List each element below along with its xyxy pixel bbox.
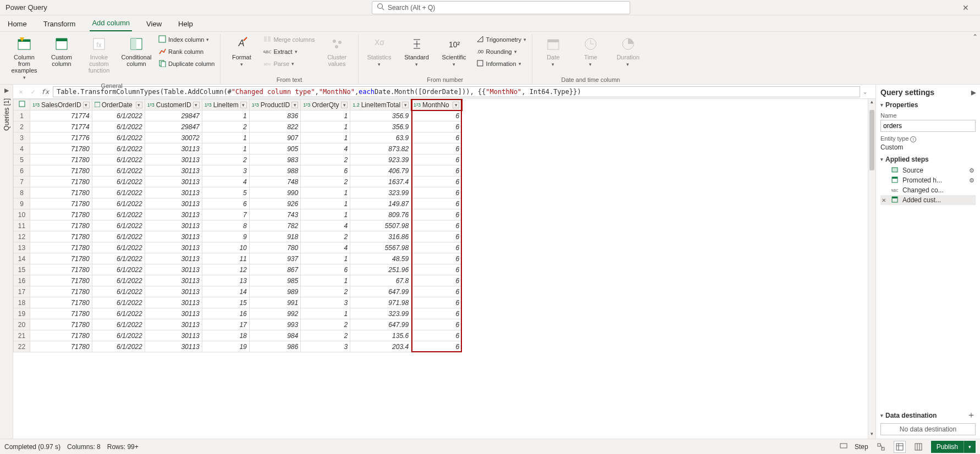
cell[interactable]: 15 xyxy=(202,297,249,308)
row-number[interactable]: 4 xyxy=(14,143,30,154)
cell[interactable]: 30113 xyxy=(145,341,202,352)
cell[interactable]: 323.99 xyxy=(350,308,411,319)
row-number[interactable]: 14 xyxy=(14,253,30,264)
table-row[interactable]: 15717806/1/202230113128676251.966 xyxy=(14,264,462,275)
tab-add-column[interactable]: Add column xyxy=(90,15,132,31)
tab-help[interactable]: Help xyxy=(176,16,195,31)
cell[interactable]: 6/1/2022 xyxy=(92,264,145,275)
cell[interactable]: 809.76 xyxy=(350,209,411,220)
cell[interactable]: 14 xyxy=(202,286,249,297)
vertical-scrollbar[interactable]: ▴ ▾ xyxy=(868,99,876,439)
cell[interactable]: 6/1/2022 xyxy=(92,286,145,297)
cell[interactable]: 1 xyxy=(202,110,249,121)
table-row[interactable]: 4717806/1/20223011319054873.826 xyxy=(14,143,462,154)
table-row[interactable]: 8717806/1/20223011359901323.996 xyxy=(14,187,462,198)
cluster-values-button[interactable]: Cluster values xyxy=(320,34,355,68)
cell[interactable]: 6 xyxy=(301,264,350,275)
cell[interactable]: 71774 xyxy=(30,121,92,132)
cell[interactable]: 6/1/2022 xyxy=(92,143,145,154)
row-number[interactable]: 2 xyxy=(14,121,30,132)
filter-dropdown-icon[interactable]: ▾ xyxy=(240,102,247,108)
cell[interactable]: 30113 xyxy=(145,220,202,231)
cell[interactable]: 30072 xyxy=(145,132,202,143)
cell[interactable]: 6/1/2022 xyxy=(92,121,145,132)
cell[interactable]: 6/1/2022 xyxy=(92,330,145,341)
cell-monthno[interactable]: 6 xyxy=(411,275,462,286)
cell[interactable]: 8 xyxy=(202,220,249,231)
filter-dropdown-icon[interactable]: ▾ xyxy=(83,102,90,108)
cell[interactable]: 2 xyxy=(301,154,350,165)
cell-monthno[interactable]: 6 xyxy=(411,330,462,341)
formula-expand-button[interactable]: ⌄ xyxy=(863,88,872,95)
cell[interactable]: 2 xyxy=(301,176,350,187)
table-row[interactable]: 17717806/1/202230113149892647.996 xyxy=(14,286,462,297)
cell[interactable]: 780 xyxy=(249,242,300,253)
cell[interactable]: 71780 xyxy=(30,319,92,330)
step-promoted-headers[interactable]: ✕ Promoted h... ⚙ xyxy=(880,175,976,185)
row-number[interactable]: 21 xyxy=(14,330,30,341)
cell[interactable]: 1 xyxy=(301,198,350,209)
add-destination-button[interactable]: ＋ xyxy=(967,409,976,421)
standard-button[interactable]: Standard ▾ xyxy=(399,34,434,68)
column-header-customerid[interactable]: 1²3CustomerID▾ xyxy=(145,99,202,110)
cell-monthno[interactable]: 6 xyxy=(411,341,462,352)
cell[interactable]: 203.4 xyxy=(350,341,411,352)
cell[interactable]: 2 xyxy=(301,319,350,330)
filter-dropdown-icon[interactable]: ▾ xyxy=(193,102,200,108)
cell[interactable]: 149.87 xyxy=(350,198,411,209)
query-name-input[interactable] xyxy=(880,120,976,132)
cell[interactable]: 30113 xyxy=(145,308,202,319)
cell[interactable]: 30113 xyxy=(145,264,202,275)
cell[interactable]: 1 xyxy=(301,132,350,143)
cell[interactable]: 937 xyxy=(249,253,300,264)
row-number[interactable]: 1 xyxy=(14,110,30,121)
cell[interactable]: 6/1/2022 xyxy=(92,242,145,253)
format-button[interactable]: A Format ▾ xyxy=(224,34,259,68)
cell-monthno[interactable]: 6 xyxy=(411,308,462,319)
cell[interactable]: 71780 xyxy=(30,220,92,231)
filter-dropdown-icon[interactable]: ▾ xyxy=(341,102,348,108)
column-header-orderdate[interactable]: OrderDate▾ xyxy=(92,99,145,110)
cell[interactable]: 29847 xyxy=(145,110,202,121)
scrollbar-thumb[interactable] xyxy=(869,110,874,170)
cell-monthno[interactable]: 6 xyxy=(411,198,462,209)
cell[interactable]: 5567.98 xyxy=(350,242,411,253)
cell[interactable]: 71780 xyxy=(30,198,92,209)
cell[interactable]: 988 xyxy=(249,165,300,176)
data-destination-value[interactable]: No data destination xyxy=(880,423,976,435)
cell[interactable]: 971.98 xyxy=(350,297,411,308)
cell[interactable]: 30113 xyxy=(145,176,202,187)
extract-button[interactable]: ABC Extract ▾ xyxy=(261,46,317,57)
cell-monthno[interactable]: 6 xyxy=(411,176,462,187)
cell-monthno[interactable]: 6 xyxy=(411,165,462,176)
cell[interactable]: 71780 xyxy=(30,154,92,165)
cell[interactable]: 16 xyxy=(202,308,249,319)
tab-transform[interactable]: Transform xyxy=(41,16,78,31)
row-number[interactable]: 13 xyxy=(14,242,30,253)
row-number[interactable]: 9 xyxy=(14,198,30,209)
cell[interactable]: 990 xyxy=(249,187,300,198)
cell[interactable]: 29847 xyxy=(145,121,202,132)
cell[interactable]: 316.86 xyxy=(350,231,411,242)
gear-icon[interactable]: ⚙ xyxy=(969,177,975,184)
column-header-salesorderid[interactable]: 1²3SalesOrderID▾ xyxy=(30,99,92,110)
cell[interactable]: 1 xyxy=(301,209,350,220)
cell[interactable]: 7 xyxy=(202,209,249,220)
table-row[interactable]: 13717806/1/2022301131078045567.986 xyxy=(14,242,462,253)
cell[interactable]: 6/1/2022 xyxy=(92,209,145,220)
cell[interactable]: 406.79 xyxy=(350,165,411,176)
cell[interactable]: 1 xyxy=(301,275,350,286)
cell[interactable]: 6 xyxy=(202,198,249,209)
cell[interactable]: 71780 xyxy=(30,187,92,198)
tab-home[interactable]: Home xyxy=(5,16,29,31)
cell[interactable]: 5 xyxy=(202,187,249,198)
cell[interactable]: 71780 xyxy=(30,242,92,253)
step-changed-type[interactable]: ✕ ABC Changed co... xyxy=(880,185,976,195)
table-row[interactable]: 6717806/1/20223011339886406.796 xyxy=(14,165,462,176)
cell[interactable]: 71780 xyxy=(30,209,92,220)
statistics-button[interactable]: Χσ Statistics ▾ xyxy=(362,34,397,68)
cell[interactable]: 985 xyxy=(249,275,300,286)
table-row[interactable]: 19717806/1/202230113169921323.996 xyxy=(14,308,462,319)
diagram-view-button[interactable] xyxy=(875,441,887,453)
cell[interactable]: 30113 xyxy=(145,187,202,198)
